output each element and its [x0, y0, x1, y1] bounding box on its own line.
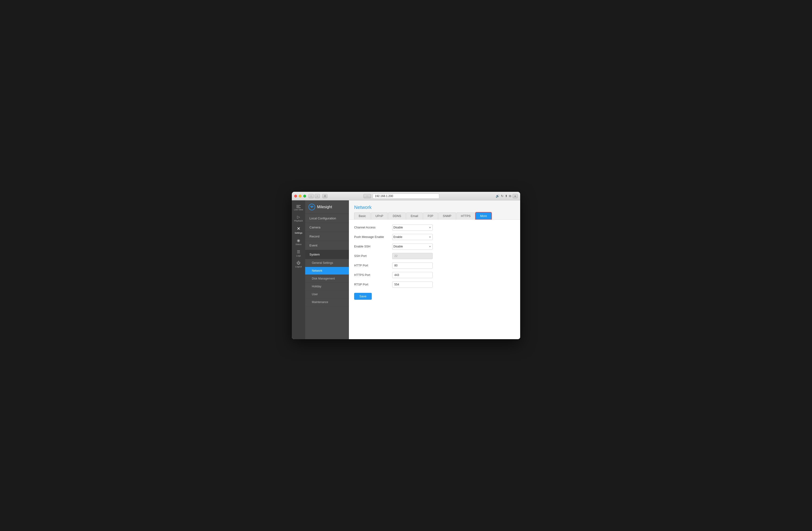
input-ssh-port[interactable]	[392, 253, 433, 259]
label-rtsp-port: RTSP Port	[354, 283, 392, 286]
nav-section-main: Local Configuration Camera Record Event …	[305, 214, 349, 306]
sidebar-item-logs[interactable]: ☰ Logs	[292, 248, 305, 259]
nav-sub-item-disk-management[interactable]: Disk Management	[305, 275, 349, 283]
nav-buttons: ‹ › ⊡	[308, 194, 328, 198]
select-wrapper-channel-access: Disable Enable	[392, 224, 433, 231]
milesight-logo-icon	[308, 204, 315, 210]
tabs-bar: Basic UPnP DDNS Email P2P SNMP HTTPS Mor…	[349, 212, 520, 220]
settings-icon: ✕	[297, 226, 300, 231]
svg-point-1	[311, 206, 313, 208]
nav-sub-item-general-settings[interactable]: General Settings	[305, 259, 349, 267]
page-title: Network	[354, 205, 372, 210]
liveview-icon	[296, 205, 301, 208]
label-http-port: HTTP Port	[354, 264, 392, 267]
main-content: Network Basic UPnP DDNS Email P2P SNMP H…	[349, 201, 520, 339]
traffic-lights	[294, 195, 306, 197]
volume-icon[interactable]: 🔊	[496, 194, 499, 198]
sidebar-item-playback[interactable]: ▷ Playback	[292, 213, 305, 224]
minimize-button[interactable]	[299, 195, 302, 197]
nav-item-record[interactable]: Record	[305, 232, 349, 241]
nav-logo: Milesight	[305, 201, 349, 214]
form-row-rtsp-port: RTSP Port	[354, 281, 515, 287]
select-wrapper-enable-ssh: Disable Enable	[392, 244, 433, 250]
select-wrapper-push-message: Disable Enable	[392, 234, 433, 240]
forward-button[interactable]: ›	[315, 194, 320, 198]
nav-item-local-config[interactable]: Local Configuration	[305, 214, 349, 223]
form-row-channel-access: Channel Access Disable Enable	[354, 224, 515, 231]
status-icon: ◉	[297, 238, 300, 243]
address-text: 192.168.1.200	[375, 194, 393, 198]
save-button[interactable]: Save	[354, 293, 372, 300]
form-row-https-port: HTTPS Port	[354, 272, 515, 278]
maximize-button[interactable]	[303, 195, 306, 197]
sidebar-item-settings[interactable]: ✕ Settings	[292, 224, 305, 236]
toolbar-right: 🔊 ↻ ⬆ ⧉ +	[496, 194, 518, 198]
settings-label: Settings	[295, 232, 303, 234]
nav-sub-item-user[interactable]: User	[305, 291, 349, 298]
close-button[interactable]	[294, 195, 297, 197]
label-https-port: HTTPS Port	[354, 273, 392, 277]
title-bar: ‹ › ⊡ ··· 192.168.1.200 🔊 ↻ ⬆ ⧉ +	[292, 192, 520, 201]
mac-window: ‹ › ⊡ ··· 192.168.1.200 🔊 ↻ ⬆ ⧉ +	[292, 192, 520, 339]
form-row-http-port: HTTP Port	[354, 262, 515, 269]
form-row-ssh-port: SSH Port	[354, 253, 515, 259]
logout-icon: ⏻	[296, 261, 300, 265]
tab-basic[interactable]: Basic	[354, 212, 371, 219]
sidebar-item-status[interactable]: ◉ Status	[292, 236, 305, 248]
address-bar[interactable]: ··· 192.168.1.200	[373, 193, 439, 199]
page-header: Network	[349, 201, 520, 212]
playback-icon: ▷	[296, 215, 301, 219]
liveview-label: Live View	[294, 209, 303, 211]
tab-more[interactable]: More	[476, 212, 491, 219]
form-row-enable-ssh: Enable SSH Disable Enable	[354, 244, 515, 250]
status-label: Status	[295, 244, 302, 246]
sidebar-item-logout[interactable]: ⏻ Logout	[292, 259, 305, 270]
tab-ddns[interactable]: DDNS	[388, 212, 406, 219]
tab-https[interactable]: HTTPS	[456, 212, 475, 219]
icon-bar: Live View ▷ Playback ✕ Settings ◉ Status…	[292, 201, 305, 339]
select-channel-access[interactable]: Disable Enable	[392, 224, 433, 231]
tab-email[interactable]: Email	[406, 212, 423, 219]
tab-p2p[interactable]: P2P	[423, 212, 438, 219]
form-row-push-message: Push Message Enable Disable Enable	[354, 234, 515, 240]
new-tab-button[interactable]: +	[512, 194, 518, 198]
brand-name: Milesight	[317, 205, 332, 209]
nav-sub-item-holiday[interactable]: Holiday	[305, 283, 349, 291]
nav-item-event[interactable]: Event	[305, 241, 349, 250]
form-area: Channel Access Disable Enable Push Messa…	[349, 220, 520, 339]
logs-label: Logs	[296, 255, 301, 257]
label-channel-access: Channel Access	[354, 226, 392, 229]
input-rtsp-port[interactable]	[392, 281, 433, 287]
nav-item-system[interactable]: System	[305, 250, 349, 259]
refresh-icon[interactable]: ↻	[501, 194, 504, 198]
logout-label: Logout	[295, 266, 302, 268]
sidebar-item-liveview[interactable]: Live View	[292, 203, 305, 213]
label-ssh-port: SSH Port	[354, 254, 392, 258]
sidebar-toggle-button[interactable]: ⊡	[322, 194, 328, 198]
label-push-message: Push Message Enable	[354, 235, 392, 239]
tab-upnp[interactable]: UPnP	[371, 212, 388, 219]
nav-sidebar: Milesight Local Configuration Camera Rec…	[305, 201, 349, 339]
logs-icon: ☰	[297, 250, 300, 254]
nav-item-camera[interactable]: Camera	[305, 223, 349, 232]
select-enable-ssh[interactable]: Disable Enable	[392, 244, 433, 250]
tab-snmp[interactable]: SNMP	[438, 212, 456, 219]
share-icon[interactable]: ⬆	[505, 194, 508, 198]
back-button[interactable]: ‹	[308, 194, 314, 198]
dots-button[interactable]: ···	[363, 194, 371, 198]
input-http-port[interactable]	[392, 262, 433, 269]
window-icon[interactable]: ⧉	[509, 194, 511, 198]
nav-sub-item-network[interactable]: Network	[305, 267, 349, 275]
nav-sub-item-maintenance[interactable]: Maintenance	[305, 298, 349, 306]
window-body: Live View ▷ Playback ✕ Settings ◉ Status…	[292, 201, 520, 339]
select-push-message[interactable]: Disable Enable	[392, 234, 433, 240]
input-https-port[interactable]	[392, 272, 433, 278]
label-enable-ssh: Enable SSH	[354, 245, 392, 248]
playback-label: Playback	[294, 220, 303, 222]
